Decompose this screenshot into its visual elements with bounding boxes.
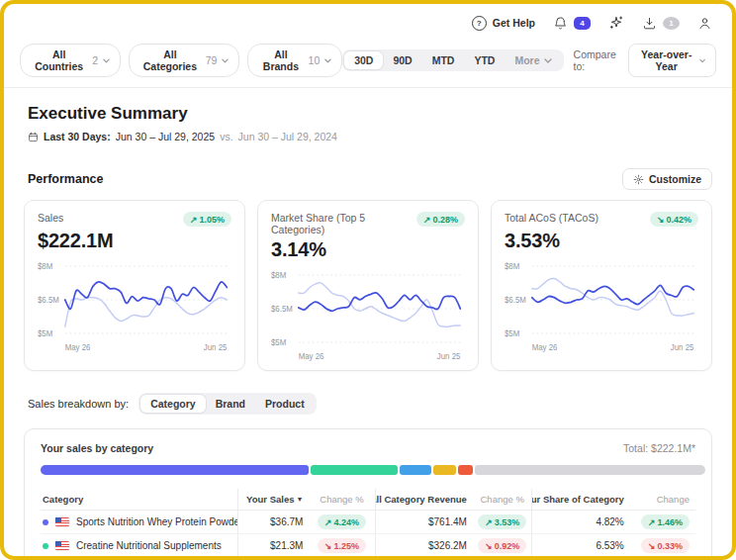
- category-share-bar: [41, 465, 695, 475]
- category-name: Sports Nutrition Whey Protein Powders: [76, 516, 237, 527]
- filter-bar: All Countries2All Categories79All Brands…: [4, 38, 732, 87]
- column-header-your-share-of-category[interactable]: Your Share of Category: [531, 489, 629, 510]
- sales-by-category-card: Your sales by category Total: $222.1M* C…: [24, 428, 712, 560]
- option-30d[interactable]: 30D: [344, 51, 383, 69]
- vs-label: vs.: [220, 131, 232, 142]
- get-help-button[interactable]: ? Get Help: [472, 16, 535, 31]
- change-badge: ↗3.53%: [478, 514, 526, 529]
- category-bar-segment[interactable]: [433, 465, 456, 475]
- metric-label: Market Share (Top 5 Categories): [271, 212, 416, 235]
- breakdown-selector-row: Sales breakdown by: CategoryBrandProduct: [24, 393, 712, 415]
- your-sales-value: $21.3M: [270, 540, 303, 551]
- svg-text:$6.5M: $6.5M: [271, 305, 293, 314]
- metric-cards: Sales ↗1.05% $222.1M $8M$6.5M$5MMay 26Ju…: [24, 200, 712, 371]
- column-header-change[interactable]: Change: [630, 489, 695, 510]
- option-ytd[interactable]: YTD: [464, 51, 505, 69]
- change-badge: ↘0.92%: [478, 538, 526, 553]
- table-row[interactable]: Creatine Nutritional Supplements$21.3M↘1…: [41, 534, 695, 558]
- sales-total: Total: $222.1M*: [623, 442, 695, 454]
- metric-value: 3.14%: [271, 238, 465, 261]
- chevron-down-icon: [699, 58, 705, 63]
- user-icon: [697, 16, 712, 31]
- ai-assistant-button[interactable]: [608, 15, 624, 31]
- compare-dropdown[interactable]: Year-over-Year: [628, 44, 716, 77]
- account-button[interactable]: [697, 16, 712, 31]
- customize-button[interactable]: Customize: [622, 168, 712, 190]
- notifications-button[interactable]: 4: [553, 16, 591, 31]
- sales-trend-chart: $8M$6.5M$5MMay 26Jun 25: [38, 256, 231, 353]
- svg-text:Jun 25: Jun 25: [437, 352, 461, 361]
- us-flag-icon: [55, 541, 69, 550]
- filter-dropdowns: All Countries2All Categories79All Brands…: [20, 44, 342, 77]
- performance-title: Performance: [28, 172, 103, 186]
- metric-value: $222.1M: [38, 230, 231, 252]
- category-bar-segment[interactable]: [458, 465, 473, 475]
- option-category[interactable]: Category: [140, 395, 206, 413]
- svg-text:Jun 25: Jun 25: [204, 343, 228, 352]
- gear-icon: [633, 174, 644, 185]
- change-badge: ↗1.46%: [641, 514, 690, 529]
- svg-text:$5M: $5M: [38, 329, 52, 338]
- column-header-category[interactable]: Category: [41, 489, 237, 510]
- svg-text:Jun 25: Jun 25: [671, 343, 694, 352]
- category-table: CategoryYour Sales▼Change %Overall Categ…: [41, 489, 695, 560]
- downloads-button[interactable]: 1: [642, 16, 680, 31]
- trend-down-icon: ↘: [657, 215, 665, 225]
- table-header: CategoryYour Sales▼Change %Overall Categ…: [41, 489, 695, 511]
- previous-period: Jun 30 – Jul 29, 2024: [238, 131, 337, 142]
- filter-dropdown-all-brands[interactable]: All Brands10: [247, 44, 342, 77]
- svg-text:May 26: May 26: [532, 343, 558, 352]
- category-color-dot: [43, 519, 48, 525]
- metric-label: Sales: [38, 212, 63, 224]
- performance-header: Performance Customize: [24, 168, 712, 190]
- metric-card-tacos: Total ACoS (TACoS) ↘0.42% 3.53% $8M$6.5M…: [491, 200, 712, 371]
- table-row[interactable]: Sports Nutrition Whey Protein Powders$36…: [41, 511, 695, 534]
- chevron-down-icon: [544, 58, 552, 63]
- option-mtd[interactable]: MTD: [422, 51, 465, 69]
- column-header-change--[interactable]: Change %: [309, 489, 374, 510]
- get-help-label: Get Help: [493, 17, 535, 29]
- option-product[interactable]: Product: [255, 395, 315, 413]
- option-more[interactable]: More: [505, 51, 561, 69]
- column-header-change--[interactable]: Change %: [473, 489, 532, 510]
- change-badge: ↘0.33%: [641, 538, 690, 553]
- category-bar-segment[interactable]: [41, 465, 309, 475]
- sales-by-category-title: Your sales by category: [41, 442, 153, 454]
- svg-text:$8M: $8M: [505, 262, 519, 271]
- column-header-overall-category-revenue[interactable]: Overall Category Revenue: [375, 489, 473, 510]
- sort-desc-icon: ▼: [296, 496, 303, 503]
- chevron-down-icon: [222, 58, 229, 63]
- chevron-down-icon: [103, 58, 110, 63]
- metric-card-market-share: Market Share (Top 5 Categories) ↗0.28% 3…: [257, 200, 479, 371]
- filter-dropdown-all-categories[interactable]: All Categories79: [129, 44, 239, 77]
- metric-label: Total ACoS (TACoS): [505, 212, 598, 224]
- downloads-badge: 1: [663, 17, 680, 30]
- metric-card-sales: Sales ↗1.05% $222.1M $8M$6.5M$5MMay 26Ju…: [24, 200, 245, 371]
- svg-text:$8M: $8M: [38, 262, 52, 271]
- customize-label: Customize: [649, 173, 701, 185]
- chevron-down-icon: [324, 58, 331, 63]
- compare-value: Year-over-Year: [639, 48, 694, 72]
- date-range: Last 30 Days: Jun 30 – Jul 29, 2025 vs. …: [28, 131, 712, 142]
- svg-text:May 26: May 26: [299, 352, 324, 361]
- svg-text:$6.5M: $6.5M: [38, 296, 59, 305]
- topbar: ? Get Help 4 1: [4, 4, 732, 38]
- category-bar-segment[interactable]: [400, 465, 431, 475]
- option-brand[interactable]: Brand: [206, 395, 255, 413]
- svg-text:$6.5M: $6.5M: [505, 296, 526, 305]
- compare-to-label: Compare to:: [574, 48, 618, 72]
- svg-text:$8M: $8M: [271, 271, 286, 280]
- svg-text:May 26: May 26: [65, 343, 91, 352]
- trend-up-icon: ↗: [423, 215, 431, 225]
- column-header-your-sales[interactable]: Your Sales▼: [237, 489, 310, 510]
- filter-dropdown-all-countries[interactable]: All Countries2: [20, 44, 121, 77]
- notifications-badge: 4: [574, 17, 591, 30]
- option-90d[interactable]: 90D: [383, 51, 421, 69]
- share-value: 6.53%: [596, 540, 623, 551]
- category-name: Creatine Nutritional Supplements: [76, 540, 222, 551]
- metric-value: 3.53%: [505, 230, 698, 252]
- category-bar-segment[interactable]: [311, 465, 397, 475]
- category-bar-segment[interactable]: [475, 465, 705, 475]
- time-range-selector: 30D90DMTDYTDMore: [342, 49, 563, 71]
- metric-change-badge: ↗1.05%: [183, 212, 231, 227]
